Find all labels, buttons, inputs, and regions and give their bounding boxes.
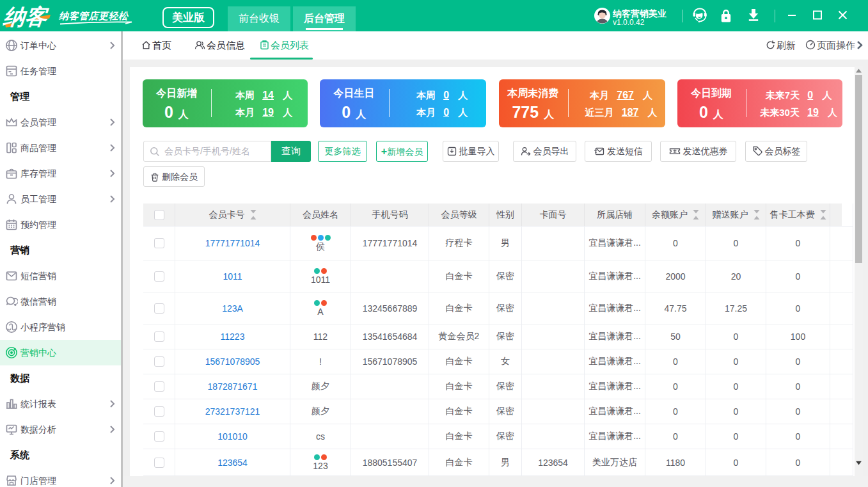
- svg-text:纳客管店更轻松: 纳客管店更轻松: [58, 10, 129, 21]
- svg-text:纳客: 纳客: [2, 4, 50, 29]
